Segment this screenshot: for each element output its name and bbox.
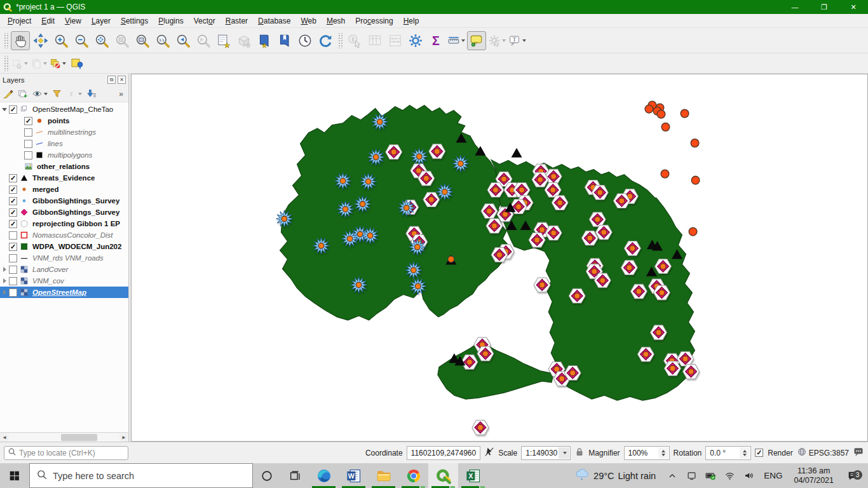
layer-checkbox[interactable] <box>9 231 17 240</box>
layer-item-openstreetmap[interactable]: OpenStreetMap <box>0 287 128 298</box>
extents-toggle-icon[interactable] <box>484 447 494 459</box>
chevron-down-icon[interactable] <box>78 93 82 95</box>
menu-settings[interactable]: Settings <box>116 15 153 27</box>
taskbar-app-excel[interactable]: X <box>458 463 488 488</box>
taskbar-app-edge[interactable] <box>309 463 339 488</box>
pan-to-selection-button[interactable] <box>31 31 50 50</box>
rotation-lock-icon[interactable] <box>682 463 700 488</box>
text-annotation-button[interactable]: T <box>508 31 527 50</box>
layer-checkbox[interactable] <box>24 151 32 159</box>
render-checkbox[interactable]: ✓Render <box>755 449 792 458</box>
new-spatial-bookmark-button[interactable]: ★ <box>255 31 274 50</box>
layer-checkbox[interactable]: ✓ <box>9 243 17 251</box>
crs-status-button[interactable]: EPSG:3857 <box>797 447 849 459</box>
taskbar-app-word[interactable]: W <box>339 463 369 488</box>
hscroll-thumb[interactable] <box>61 434 97 441</box>
volume-icon[interactable] <box>740 463 757 488</box>
refresh-map-button[interactable] <box>316 31 335 50</box>
chevron-down-icon[interactable] <box>44 93 48 95</box>
open-layer-styling-button[interactable] <box>1 87 15 100</box>
select-by-location-button[interactable] <box>68 55 86 72</box>
add-group-button[interactable] <box>16 87 29 100</box>
taskbar-search-input[interactable]: Type here to search <box>29 463 253 488</box>
show-statistics-button[interactable]: Σ <box>426 31 445 50</box>
layer-item-wdpa-wdoecm-jun202[interactable]: ✓WDPA_WDOECM_Jun202 <box>0 241 128 252</box>
layer-item-reprojecting-gibbon-1-ep[interactable]: ✓reprojecting Gibbon 1 EP <box>0 218 128 229</box>
coordinate-input[interactable]: 11602109,2474960 <box>407 446 481 460</box>
layer-item-landcover[interactable]: LandCover <box>0 264 128 275</box>
layer-item-vnm-rds-vnm-roads[interactable]: VNM_rds VNM_roads <box>0 252 128 264</box>
layer-checkbox[interactable]: ✓ <box>9 220 17 228</box>
weather-widget[interactable]: 29°C Light rain <box>568 467 662 484</box>
manage-map-themes-button[interactable] <box>31 87 49 100</box>
magnifier-spinbox[interactable]: 100% <box>624 446 670 460</box>
menu-web[interactable]: Web <box>295 15 321 27</box>
menu-help[interactable]: Help <box>398 15 424 27</box>
layer-checkbox[interactable]: ✓ <box>24 117 32 125</box>
expander-closed-icon[interactable] <box>0 278 9 283</box>
map-canvas[interactable] <box>131 74 868 442</box>
chevron-down-icon[interactable] <box>502 39 506 42</box>
rotation-spinbox[interactable]: 0.0 ° <box>705 446 751 460</box>
taskbar-app-qgis[interactable] <box>428 463 458 488</box>
taskbar-app-explorer[interactable] <box>369 463 398 488</box>
locator-search-input[interactable]: Type to locate (Ctrl+K) <box>4 446 128 460</box>
layer-item-lines[interactable]: lines <box>0 138 128 149</box>
maximize-button[interactable]: ❐ <box>810 0 839 14</box>
layer-checkbox[interactable] <box>9 266 17 274</box>
language-indicator[interactable]: ENG <box>759 471 787 480</box>
scroll-right-icon[interactable]: ► <box>119 433 128 442</box>
wifi-icon[interactable] <box>721 463 738 488</box>
menu-view[interactable]: View <box>60 15 86 27</box>
menu-project[interactable]: Project <box>3 15 36 27</box>
layer-item-points[interactable]: ✓points <box>0 115 128 126</box>
layer-item-nomascusconcolor-dist[interactable]: NomascusConcolor_Dist <box>0 229 128 241</box>
lock-scale-icon[interactable] <box>574 447 585 459</box>
notifications-button[interactable]: 3 <box>840 470 865 482</box>
messages-button[interactable] <box>853 446 864 459</box>
panel-float-button[interactable]: ⧉ <box>107 76 116 84</box>
measure-line-button[interactable] <box>447 31 466 50</box>
cortana-button[interactable] <box>253 463 281 488</box>
expand-collapse-all-button[interactable] <box>85 87 98 100</box>
task-view-button[interactable] <box>281 463 309 488</box>
chevron-down-icon[interactable] <box>24 62 28 65</box>
start-button[interactable] <box>0 463 29 488</box>
filter-legend-button[interactable] <box>50 87 64 100</box>
show-bookmarks-button[interactable] <box>275 31 294 50</box>
layer-checkbox[interactable]: ✓ <box>9 174 17 182</box>
temporal-controller-button[interactable] <box>295 31 315 50</box>
scroll-left-icon[interactable]: ◄ <box>0 433 9 442</box>
chevron-down-icon[interactable] <box>43 62 47 65</box>
layer-item-multilinestrings[interactable]: multilinestrings <box>0 126 128 138</box>
map-tips-button[interactable] <box>467 31 486 50</box>
layer-checkbox[interactable] <box>24 128 32 137</box>
layers-panel-hscrollbar[interactable]: ◄ ► <box>0 432 128 442</box>
layer-item-openstreetmap-chetao[interactable]: ✓OpenStreetMap_CheTao <box>0 104 128 115</box>
menu-processing[interactable]: Processing <box>350 15 398 27</box>
panel-close-button[interactable]: ✕ <box>118 76 126 84</box>
layer-item-merged[interactable]: ✓merged <box>0 184 128 195</box>
layer-checkbox[interactable]: ✓ <box>9 105 17 114</box>
layer-item-gibbonsightings-survey[interactable]: ✓GibbonSightings_Survey <box>0 195 128 207</box>
layer-checkbox[interactable] <box>24 140 32 148</box>
chevron-down-icon[interactable] <box>522 39 526 42</box>
menu-database[interactable]: Database <box>253 15 295 27</box>
zoom-to-layer-button[interactable] <box>133 31 152 50</box>
layer-item-threats-evidence[interactable]: ✓Threats_Evidence <box>0 172 128 184</box>
expander-closed-icon[interactable] <box>0 290 9 295</box>
panel-toolbar-more-button[interactable]: » <box>119 90 127 98</box>
menu-vector[interactable]: Vector <box>189 15 220 27</box>
tray-expand-icon[interactable] <box>663 463 681 488</box>
expander-closed-icon[interactable] <box>0 267 9 272</box>
layer-item-multipolygons[interactable]: multipolygons <box>0 149 128 161</box>
layer-item-vnm-cov[interactable]: VNM_cov <box>0 275 128 287</box>
chevron-down-icon[interactable] <box>62 62 66 65</box>
layer-checkbox[interactable] <box>9 288 17 297</box>
pan-map-button[interactable] <box>11 31 30 50</box>
processing-toolbox-button[interactable] <box>406 31 425 50</box>
new-map-view-button[interactable]: ★ <box>214 31 233 50</box>
layer-checkbox[interactable] <box>9 277 17 285</box>
deselect-features-button[interactable] <box>49 55 67 72</box>
layer-checkbox[interactable]: ✓ <box>9 208 17 217</box>
